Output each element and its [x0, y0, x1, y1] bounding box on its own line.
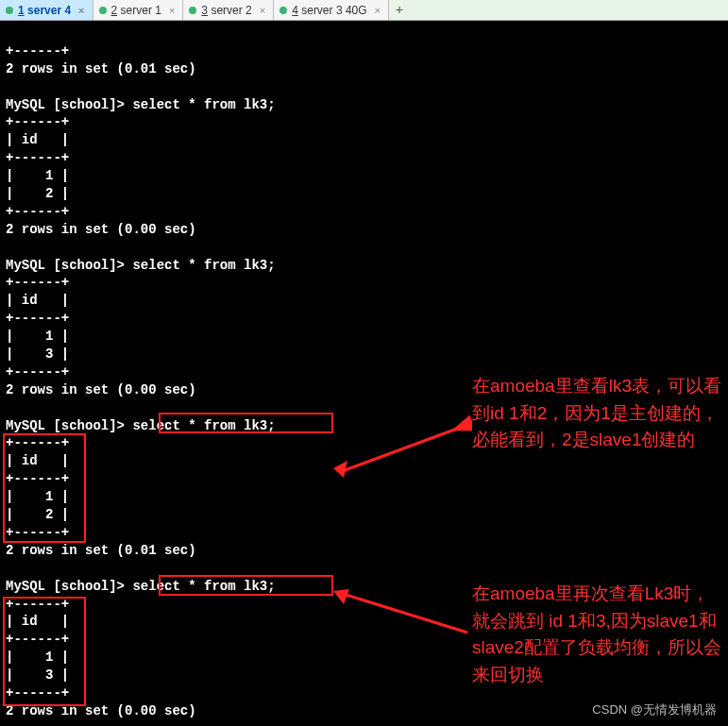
- tab-bar: 1 server 4 × 2 server 1 × 3 server 2 × 4…: [0, 0, 728, 21]
- status-dot-icon: [99, 7, 107, 14]
- table-sep: +------+: [6, 43, 69, 59]
- table-sep: +------+: [6, 311, 69, 326]
- query-text: select * from lk3;: [132, 579, 275, 594]
- tab-label: server 3 40G: [301, 4, 366, 17]
- table-sep: +------+: [6, 471, 69, 486]
- prompt: MySQL [school]>: [6, 97, 132, 112]
- status-dot-icon: [6, 7, 13, 14]
- query-text: select * from lk3;: [132, 97, 275, 112]
- annotation-1: 在amoeba里查看lk3表，可以看到id 1和2，因为1是主创建的，必能看到，…: [472, 373, 727, 454]
- tab-number: 1: [18, 4, 25, 17]
- result-line: 2 rows in set (0.01 sec): [6, 543, 196, 558]
- table-row: | 3 |: [6, 667, 69, 683]
- table-row: | 1 |: [6, 168, 69, 183]
- tab-server-3-40g[interactable]: 4 server 3 40G ×: [274, 0, 389, 20]
- query-text: select * from lk3;: [132, 418, 275, 433]
- table-sep: +------+: [6, 435, 69, 450]
- tab-server-4[interactable]: 1 server 4 ×: [0, 0, 93, 20]
- table-sep: +------+: [6, 685, 69, 701]
- tab-label: server 2: [211, 4, 251, 17]
- table-sep: +------+: [6, 632, 69, 647]
- add-tab-button[interactable]: +: [389, 0, 410, 20]
- table-sep: +------+: [6, 275, 69, 290]
- table-sep: +------+: [6, 525, 69, 540]
- tab-label: server 4: [27, 4, 71, 17]
- table-row: | 1 |: [6, 489, 69, 504]
- tab-number: 4: [292, 4, 298, 17]
- table-sep: +------+: [6, 114, 69, 129]
- table-header: | id |: [6, 293, 69, 308]
- table-row: | 1 |: [6, 329, 69, 344]
- prompt: MySQL [school]>: [6, 418, 132, 433]
- result-line: 2 rows in set (0.01 sec): [6, 61, 196, 76]
- table-sep: +------+: [6, 597, 69, 612]
- tab-server-1[interactable]: 2 server 1 ×: [93, 0, 184, 20]
- table-header: | id |: [6, 614, 69, 629]
- prompt: MySQL [school]>: [6, 258, 132, 273]
- tab-number: 2: [111, 4, 118, 17]
- status-dot-icon: [189, 7, 196, 14]
- close-icon[interactable]: ×: [78, 5, 84, 16]
- close-icon[interactable]: ×: [375, 5, 381, 16]
- close-icon[interactable]: ×: [169, 5, 175, 16]
- table-sep: +------+: [6, 150, 69, 165]
- close-icon[interactable]: ×: [260, 5, 265, 16]
- table-row: | 3 |: [6, 346, 69, 362]
- table-sep: +------+: [6, 364, 69, 380]
- table-header: | id |: [6, 132, 69, 147]
- tab-server-2[interactable]: 3 server 2 ×: [183, 0, 274, 20]
- table-sep: +------+: [6, 204, 69, 219]
- tab-label: server 1: [121, 4, 161, 17]
- table-header: | id |: [6, 453, 69, 468]
- table-row: | 2 |: [6, 186, 69, 201]
- result-line: 2 rows in set (0.00 sec): [6, 222, 196, 237]
- table-row: | 2 |: [6, 507, 69, 522]
- status-dot-icon: [279, 7, 287, 14]
- table-row: | 1 |: [6, 650, 69, 665]
- prompt: MySQL [school]>: [6, 579, 132, 594]
- watermark: CSDN @无情发博机器: [592, 701, 717, 718]
- tab-number: 3: [201, 4, 208, 17]
- annotation-2: 在amoeba里再次查看Lk3时，就会跳到 id 1和3,因为slave1和sl…: [472, 581, 727, 688]
- result-line: 2 rows in set (0.00 sec): [6, 382, 196, 397]
- query-text: select * from lk3;: [132, 258, 275, 273]
- result-line: 2 rows in set (0.00 sec): [6, 703, 196, 718]
